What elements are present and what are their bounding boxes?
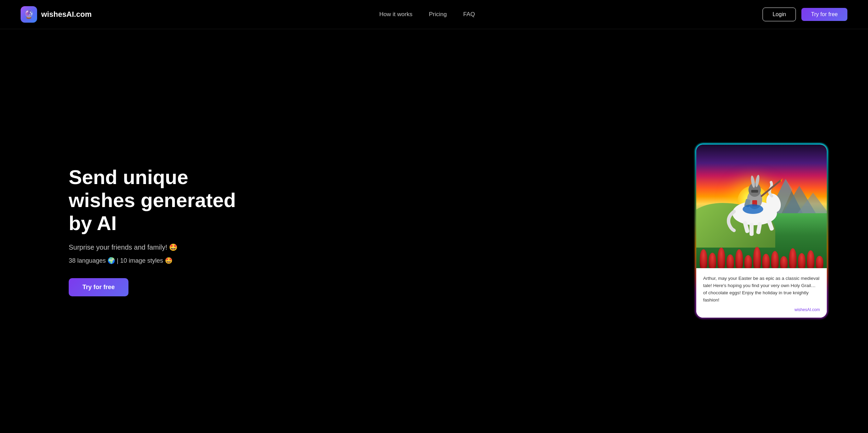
nav-faq[interactable]: FAQ	[463, 11, 475, 18]
login-button[interactable]: Login	[763, 8, 796, 21]
flower-11	[789, 248, 797, 268]
svg-point-19	[743, 204, 763, 214]
flower-4	[726, 254, 734, 268]
svg-rect-7	[749, 223, 754, 236]
flower-1	[700, 249, 707, 268]
navbar: 🔮 wishesAI.com How it works Pricing FAQ …	[0, 0, 868, 29]
try-free-hero-button[interactable]: Try for free	[69, 278, 128, 296]
flower-8	[762, 254, 770, 268]
hero-content: Send unique wishes generated by AI Surpr…	[69, 166, 247, 296]
nav-how-it-works[interactable]: How it works	[379, 11, 412, 18]
nav-pricing[interactable]: Pricing	[429, 11, 447, 18]
svg-marker-17	[780, 178, 783, 182]
logo-emoji: 🔮	[24, 10, 34, 19]
flower-2	[709, 253, 716, 268]
svg-rect-9	[767, 219, 774, 231]
flower-5	[735, 249, 743, 268]
wish-card: Arthur, may your Easter be as epic as a …	[696, 145, 827, 318]
card-knight	[717, 162, 792, 237]
flower-14	[816, 256, 823, 268]
card-glow: Arthur, may your Easter be as epic as a …	[696, 145, 827, 318]
card-message: Arthur, may your Easter be as epic as a …	[703, 275, 820, 304]
flower-3	[718, 248, 725, 268]
flower-10	[780, 256, 788, 268]
flower-9	[771, 251, 779, 268]
hero-features: 38 languages 🌍 | 10 image styles 🤩	[69, 257, 247, 264]
brand-name: wishesAI.com	[41, 10, 92, 19]
logo-link[interactable]: 🔮 wishesAI.com	[21, 6, 92, 23]
flower-12	[798, 253, 805, 268]
flower-6	[744, 255, 752, 268]
card-flowers	[696, 237, 827, 268]
nav-actions: Login Try for free	[763, 8, 847, 21]
svg-rect-14	[751, 190, 758, 193]
flower-13	[807, 250, 814, 268]
card-branding: wishesAI.com	[703, 307, 820, 312]
card-text-area: Arthur, may your Easter be as epic as a …	[696, 268, 827, 318]
logo-icon: 🔮	[21, 6, 37, 23]
card-image	[696, 145, 827, 268]
hero-title: Send unique wishes generated by AI	[69, 166, 247, 235]
hero-subtitle: Surprise your friends and family! 🤩	[69, 243, 247, 251]
nav-links: How it works Pricing FAQ	[379, 11, 475, 18]
flower-7	[753, 247, 761, 268]
try-free-nav-button[interactable]: Try for free	[801, 8, 847, 21]
hero-card-wrapper: Arthur, may your Easter be as epic as a …	[696, 145, 827, 318]
hero-section: Send unique wishes generated by AI Surpr…	[0, 29, 868, 433]
